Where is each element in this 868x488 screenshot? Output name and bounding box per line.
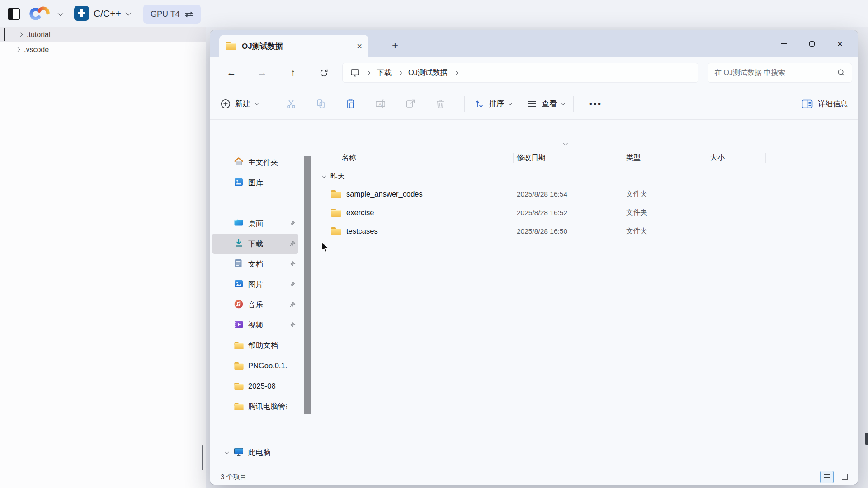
sidenav-label: 文档 [248, 259, 287, 269]
swap-arrows-icon [184, 11, 193, 18]
column-header-date[interactable]: 修改日期 [513, 153, 622, 163]
tree-item-label: .tutorial [27, 31, 50, 39]
sidenav-label: 此电脑 [248, 448, 287, 458]
pin-icon [289, 261, 296, 269]
explorer-tab[interactable]: OJ测试数据 × [219, 35, 368, 57]
sidenav-item-helpdocs[interactable]: 帮助文档 [212, 335, 298, 356]
chevron-right-icon [16, 47, 20, 52]
sidenav-item-tencent-screenshots[interactable]: 腾讯电脑管家截图 [212, 396, 298, 417]
details-pane-button[interactable]: 详细信息 [802, 99, 848, 109]
forward-button[interactable]: → [252, 62, 273, 83]
new-button[interactable]: 新建 [220, 99, 258, 109]
expand-chevron-icon[interactable] [225, 450, 229, 454]
tab-close-button[interactable]: × [357, 41, 362, 52]
sidebar-toggle-icon[interactable] [8, 8, 20, 20]
minimize-button[interactable] [770, 30, 798, 57]
back-button[interactable]: ← [221, 62, 242, 83]
sidenav-item-downloads[interactable]: 下载 [212, 234, 298, 254]
sidenav-item-gallery[interactable]: 图库 [212, 173, 298, 193]
editor-scrollbar[interactable] [202, 445, 203, 470]
breadcrumb-item-current[interactable]: OJ测试数据 [408, 68, 448, 78]
folder-icon [234, 362, 243, 370]
breadcrumb-chevron-icon [398, 70, 402, 75]
app-logo-icon[interactable] [27, 6, 56, 23]
column-header-name[interactable]: 名称 [312, 153, 513, 163]
file-list-pane: 名称 修改日期 类型 大小 昨天 sam [312, 120, 858, 469]
large-icons-view-button[interactable] [838, 471, 851, 483]
pin-icon [289, 281, 296, 289]
command-bar: 新建 [210, 88, 858, 120]
sidenav-item-pngoo[interactable]: PNGoo.0.1.1 [212, 356, 298, 376]
sidenav-item-2025-08[interactable]: 2025-08 [212, 376, 298, 396]
tab-title: OJ测试数据 [242, 41, 283, 52]
refresh-button[interactable] [313, 62, 334, 83]
language-selector[interactable]: C/C++ [74, 6, 130, 21]
copy-button[interactable] [316, 99, 326, 109]
close-button[interactable]: × [826, 30, 854, 57]
group-collapse-icon[interactable] [322, 174, 326, 178]
sidenav-item-documents[interactable]: 文档 [212, 254, 298, 274]
sort-button[interactable]: 排序 [474, 99, 511, 109]
logo-chevron-down-icon[interactable] [58, 10, 64, 16]
explorer-titlebar[interactable]: OJ测试数据 × + × [210, 30, 858, 57]
column-divider[interactable] [622, 153, 622, 163]
sidenav-label: 图库 [248, 178, 287, 188]
up-button[interactable]: ↑ [283, 62, 303, 83]
column-divider[interactable] [765, 153, 766, 163]
breadcrumb-item-downloads[interactable]: 下载 [377, 68, 392, 78]
gpu-runtime-button[interactable]: GPU T4 [143, 5, 201, 24]
folder-icon [234, 342, 243, 349]
details-view-button[interactable] [820, 471, 834, 483]
sidenav-item-desktop[interactable]: 桌面 [212, 213, 298, 234]
screen: C/C++ GPU T4 .tutorial .vscode [0, 0, 868, 488]
column-header-type[interactable]: 类型 [622, 153, 706, 163]
rename-button[interactable]: A [375, 99, 386, 109]
view-button[interactable]: 查看 [527, 99, 564, 109]
breadcrumb[interactable]: 下载 OJ测试数据 [342, 63, 698, 83]
group-header-yesterday[interactable]: 昨天 [312, 168, 858, 185]
video-icon [234, 319, 244, 331]
details-label: 详细信息 [818, 99, 848, 109]
new-label: 新建 [235, 99, 250, 109]
share-button[interactable] [405, 99, 416, 109]
sidenav-item-videos[interactable]: 视频 [212, 315, 298, 335]
sidenav-item-home[interactable]: 主文件夹 [212, 152, 298, 173]
top-toolbar: C/C++ GPU T4 [0, 0, 868, 27]
file-row-testcases[interactable]: testcases 2025/8/28 16:50 文件夹 [312, 222, 858, 240]
group-label: 昨天 [330, 172, 345, 181]
details-pane-icon [802, 99, 813, 109]
column-divider[interactable] [513, 153, 514, 163]
tree-item-vscode[interactable]: .vscode [0, 42, 206, 57]
view-icon [527, 99, 538, 109]
document-icon [234, 258, 243, 270]
search-input[interactable] [714, 69, 837, 77]
sidenav-item-this-pc[interactable]: 此电脑 [212, 442, 298, 463]
tree-item-tutorial[interactable]: .tutorial [0, 27, 206, 42]
cut-button[interactable] [286, 99, 297, 109]
sidenav-label: 腾讯电脑管家截图 [248, 402, 287, 412]
paste-button[interactable] [345, 99, 356, 109]
pin-icon [289, 301, 296, 310]
column-divider[interactable] [706, 153, 706, 163]
edge-notch [865, 433, 868, 445]
sidenav-item-drive-c[interactable]: Windows (C:) [212, 463, 298, 469]
file-row-exercise[interactable]: exercise 2025/8/28 16:52 文件夹 [312, 203, 858, 222]
rename-icon: A [375, 99, 386, 109]
separator [217, 203, 298, 203]
search-box[interactable] [708, 63, 852, 83]
maximize-button[interactable] [798, 30, 826, 57]
maximize-icon [809, 41, 815, 47]
more-options-button[interactable]: ••• [589, 99, 602, 109]
explorer-sidenav: 主文件夹 图库 [210, 120, 312, 469]
folder-icon [226, 42, 236, 50]
sidenav-item-music[interactable]: 音乐 [212, 295, 298, 315]
delete-button[interactable] [435, 99, 446, 109]
pictures-icon [234, 279, 244, 291]
sidenav-scrollbar[interactable] [304, 156, 311, 414]
sidenav-item-pictures[interactable]: 图片 [212, 274, 298, 295]
file-list-header: 名称 修改日期 类型 大小 [312, 150, 858, 166]
new-tab-button[interactable]: + [386, 37, 405, 55]
column-header-size[interactable]: 大小 [706, 153, 765, 163]
music-icon [234, 299, 244, 311]
file-row-sample-answer-codes[interactable]: sample_answer_codes 2025/8/28 16:54 文件夹 [312, 185, 858, 203]
